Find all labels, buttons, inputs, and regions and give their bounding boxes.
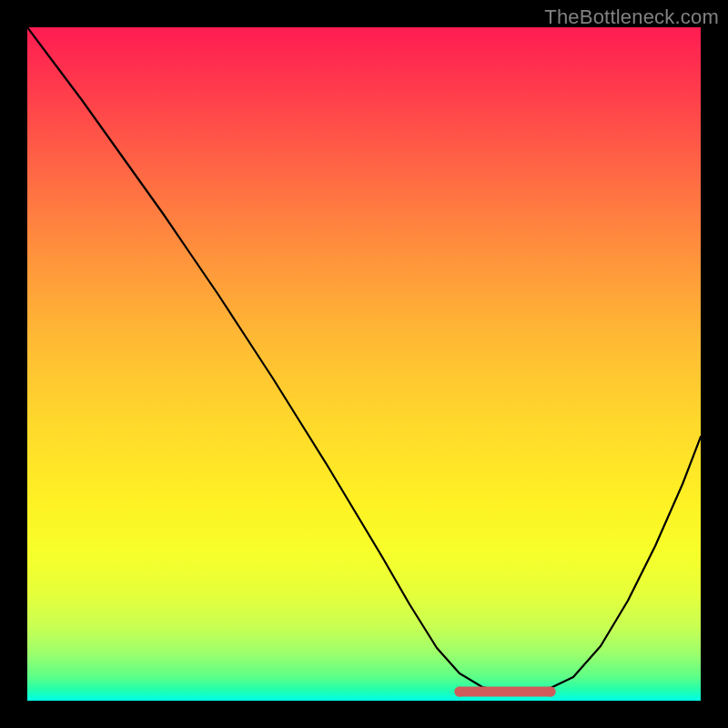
chart-frame: TheBottleneck.com bbox=[0, 0, 728, 728]
watermark-text: TheBottleneck.com bbox=[544, 5, 719, 29]
curve-path bbox=[27, 27, 701, 692]
plot-area bbox=[27, 27, 701, 701]
highlight-dot-right bbox=[546, 687, 556, 697]
highlight-dot-left bbox=[455, 687, 465, 697]
curve-svg bbox=[27, 27, 701, 701]
